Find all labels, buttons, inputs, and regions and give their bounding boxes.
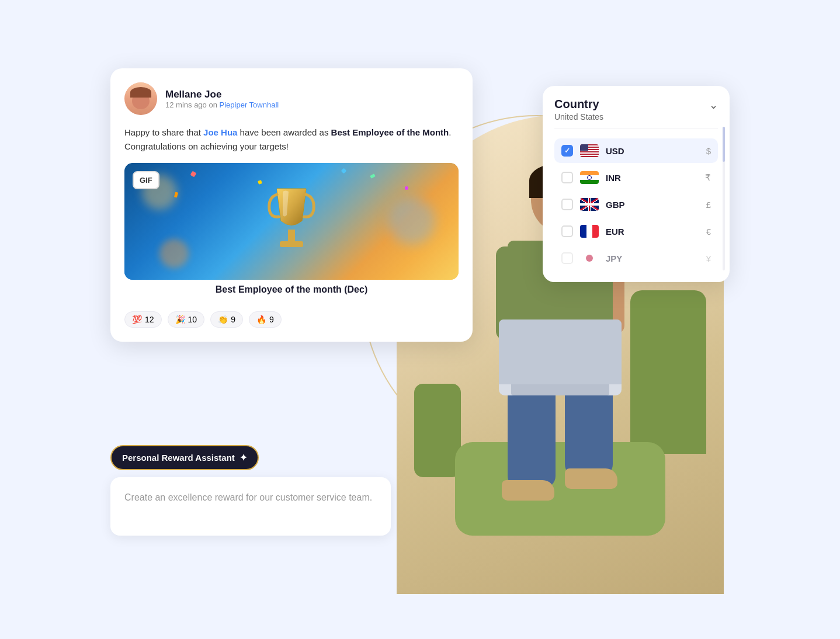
trophy-svg — [262, 183, 321, 253]
post-author-name: Mellane Joe — [165, 89, 279, 100]
reactions-row: 💯 12 🎉 10 👏 9 🔥 9 — [124, 311, 459, 328]
currency-item-jpy[interactable]: JPY ¥ — [554, 246, 718, 270]
reaction-emoji-1: 🎉 — [175, 315, 185, 324]
flag-gb — [580, 198, 599, 211]
assistant-card: Personal Reward Assistant ✦ Create an ex… — [110, 445, 391, 536]
currency-code-eur: EUR — [606, 227, 699, 237]
currency-item-gbp[interactable]: GBP £ — [554, 192, 718, 217]
currency-checkbox-usd[interactable] — [561, 145, 573, 157]
currency-checkbox-jpy[interactable] — [561, 252, 573, 264]
currency-code-usd: USD — [606, 146, 699, 156]
gif-badge: GIF — [133, 171, 159, 189]
flag-in — [580, 171, 599, 184]
post-body: Happy to share that Joe Hua have been aw… — [124, 126, 459, 154]
reaction-count-2: 9 — [231, 315, 235, 324]
trophy-image: GIF — [124, 163, 459, 280]
reaction-emoji-0: 💯 — [132, 315, 142, 324]
reaction-party[interactable]: 🎉 10 — [168, 311, 205, 328]
svg-rect-0 — [288, 230, 295, 241]
currency-checkbox-eur[interactable] — [561, 225, 573, 237]
scroll-thumb[interactable] — [723, 127, 725, 162]
trophy-image-container: GIF Best Employee of the month (Dec) — [124, 163, 459, 302]
country-title-group: Country United States — [554, 98, 603, 121]
assistant-placeholder: Create an excellence reward for our cust… — [124, 492, 372, 502]
currency-checkbox-inr[interactable] — [561, 172, 573, 183]
currency-checkbox-gbp[interactable] — [561, 199, 573, 210]
reaction-emoji-3: 🔥 — [256, 315, 266, 324]
assistant-badge: Personal Reward Assistant ✦ — [110, 445, 259, 470]
post-timestamp: 12 mins ago on Piepiper Townhall — [165, 100, 279, 109]
reaction-emoji-2: 👏 — [218, 315, 228, 324]
sparkle-icon: ✦ — [239, 452, 247, 463]
body-mid: have been awarded as — [237, 127, 331, 137]
post-author-info: Mellane Joe 12 mins ago on Piepiper Town… — [165, 89, 279, 109]
svg-rect-1 — [280, 241, 303, 247]
currency-code-gbp: GBP — [606, 200, 699, 210]
flag-us — [580, 144, 599, 157]
country-card: Country United States ⌄ USD $ — [543, 86, 730, 282]
reaction-count-3: 9 — [269, 315, 274, 324]
flag-jp — [580, 252, 599, 265]
currency-code-inr: INR — [606, 173, 698, 183]
townhall-link[interactable]: Piepiper Townhall — [220, 100, 279, 109]
reaction-fire[interactable]: 🔥 9 — [249, 311, 282, 328]
reaction-count-0: 12 — [145, 315, 154, 324]
currency-symbol-usd: $ — [706, 146, 711, 156]
timestamp-text: 12 mins ago on — [165, 100, 217, 109]
person-left-shoe — [502, 480, 554, 501]
chevron-down-icon[interactable]: ⌄ — [709, 99, 718, 112]
body-bold: Best Employee of the Month — [331, 127, 449, 137]
reaction-100[interactable]: 💯 12 — [124, 311, 162, 328]
scene: Mellane Joe 12 mins ago on Piepiper Town… — [99, 57, 741, 582]
highlighted-name: Joe Hua — [203, 127, 237, 137]
post-header: Mellane Joe 12 mins ago on Piepiper Town… — [124, 82, 459, 115]
country-header: Country United States ⌄ — [554, 98, 718, 129]
currency-symbol-eur: € — [706, 227, 711, 237]
assistant-input-box[interactable]: Create an excellence reward for our cust… — [110, 477, 391, 536]
person-right-shoe — [565, 468, 617, 489]
reaction-clap[interactable]: 👏 9 — [210, 311, 243, 328]
body-pre-name: Happy to share that — [124, 127, 203, 137]
currency-item-eur[interactable]: EUR € — [554, 219, 718, 244]
flag-fr — [580, 225, 599, 238]
currency-code-jpy: JPY — [606, 253, 699, 263]
scroll-track — [723, 127, 725, 270]
reaction-count-1: 10 — [188, 315, 197, 324]
assistant-label: Personal Reward Assistant — [122, 453, 235, 463]
country-value: United States — [554, 112, 603, 121]
currency-symbol-jpy: ¥ — [706, 253, 711, 263]
country-label: Country — [554, 98, 603, 111]
currency-symbol-gbp: £ — [706, 200, 711, 210]
award-title-bar: Best Employee of the month (Dec) — [124, 277, 459, 302]
post-card: Mellane Joe 12 mins ago on Piepiper Town… — [110, 68, 473, 342]
currency-symbol-inr: ₹ — [705, 172, 711, 183]
currency-list: USD $ INR ₹ — [554, 138, 718, 270]
person-laptop — [499, 320, 622, 395]
avatar — [124, 82, 157, 115]
currency-item-inr[interactable]: INR ₹ — [554, 165, 718, 190]
currency-item-usd[interactable]: USD $ — [554, 138, 718, 163]
